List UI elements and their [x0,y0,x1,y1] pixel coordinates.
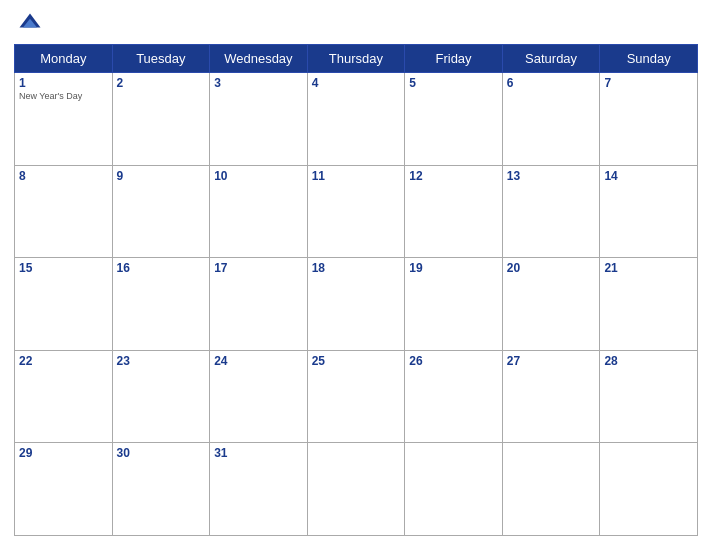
day-number: 5 [409,76,498,90]
calendar-week-row: 15161718192021 [15,258,698,351]
calendar-cell: 12 [405,165,503,258]
weekday-header-saturday: Saturday [502,45,600,73]
day-number: 8 [19,169,108,183]
day-number: 2 [117,76,206,90]
logo-icon [16,10,44,38]
day-number: 1 [19,76,108,90]
day-number: 17 [214,261,303,275]
calendar-cell: 25 [307,350,405,443]
calendar-cell: 15 [15,258,113,351]
weekday-header-monday: Monday [15,45,113,73]
weekday-header-thursday: Thursday [307,45,405,73]
day-number: 30 [117,446,206,460]
calendar-page: MondayTuesdayWednesdayThursdayFridaySatu… [0,0,712,550]
calendar-cell: 11 [307,165,405,258]
day-number: 21 [604,261,693,275]
day-number: 22 [19,354,108,368]
calendar-week-row: 1New Year's Day234567 [15,73,698,166]
calendar-cell: 30 [112,443,210,536]
calendar-cell: 17 [210,258,308,351]
calendar-cell: 20 [502,258,600,351]
day-number: 12 [409,169,498,183]
logo [16,10,48,38]
calendar-cell: 21 [600,258,698,351]
weekday-header-tuesday: Tuesday [112,45,210,73]
day-number: 15 [19,261,108,275]
calendar-cell: 1New Year's Day [15,73,113,166]
day-number: 26 [409,354,498,368]
day-number: 27 [507,354,596,368]
calendar-cell: 22 [15,350,113,443]
weekday-header-row: MondayTuesdayWednesdayThursdayFridaySatu… [15,45,698,73]
calendar-cell: 18 [307,258,405,351]
day-number: 20 [507,261,596,275]
weekday-header-friday: Friday [405,45,503,73]
day-number: 10 [214,169,303,183]
calendar-cell: 24 [210,350,308,443]
calendar-cell: 26 [405,350,503,443]
calendar-cell: 3 [210,73,308,166]
calendar-cell: 9 [112,165,210,258]
calendar-cell: 27 [502,350,600,443]
calendar-cell: 16 [112,258,210,351]
day-number: 16 [117,261,206,275]
calendar-week-row: 293031 [15,443,698,536]
calendar-cell [307,443,405,536]
calendar-cell: 10 [210,165,308,258]
calendar-cell [502,443,600,536]
day-number: 4 [312,76,401,90]
weekday-header-sunday: Sunday [600,45,698,73]
day-number: 31 [214,446,303,460]
calendar-table: MondayTuesdayWednesdayThursdayFridaySatu… [14,44,698,536]
calendar-cell: 8 [15,165,113,258]
calendar-cell: 2 [112,73,210,166]
calendar-cell: 29 [15,443,113,536]
calendar-cell: 13 [502,165,600,258]
day-number: 6 [507,76,596,90]
day-number: 29 [19,446,108,460]
calendar-cell [600,443,698,536]
day-number: 14 [604,169,693,183]
calendar-cell: 31 [210,443,308,536]
calendar-cell: 7 [600,73,698,166]
weekday-header-wednesday: Wednesday [210,45,308,73]
calendar-cell: 28 [600,350,698,443]
day-number: 25 [312,354,401,368]
calendar-cell: 4 [307,73,405,166]
day-number: 7 [604,76,693,90]
holiday-label: New Year's Day [19,91,108,101]
calendar-cell: 5 [405,73,503,166]
day-number: 23 [117,354,206,368]
day-number: 11 [312,169,401,183]
calendar-cell: 6 [502,73,600,166]
calendar-cell: 14 [600,165,698,258]
calendar-cell: 19 [405,258,503,351]
calendar-cell: 23 [112,350,210,443]
day-number: 18 [312,261,401,275]
day-number: 19 [409,261,498,275]
day-number: 3 [214,76,303,90]
calendar-week-row: 22232425262728 [15,350,698,443]
day-number: 24 [214,354,303,368]
calendar-cell [405,443,503,536]
calendar-week-row: 891011121314 [15,165,698,258]
day-number: 28 [604,354,693,368]
day-number: 9 [117,169,206,183]
day-number: 13 [507,169,596,183]
page-header [14,10,698,38]
